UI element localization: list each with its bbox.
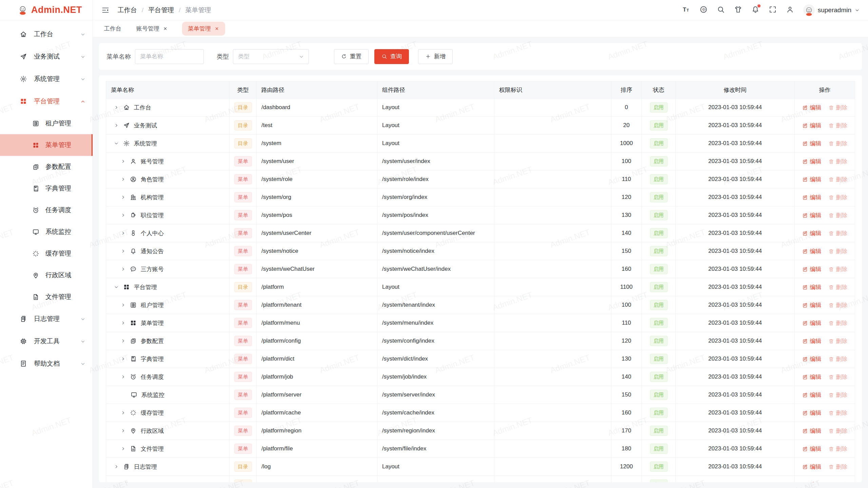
delete-button[interactable]: 删除	[828, 427, 848, 435]
row-expand-icon[interactable]	[120, 338, 126, 344]
add-button[interactable]: 新增	[418, 49, 453, 64]
sidebar-item-平台管理[interactable]: 平台管理	[0, 90, 93, 113]
delete-button[interactable]: 删除	[828, 140, 848, 147]
edit-button[interactable]: 编辑	[802, 176, 822, 183]
edit-button[interactable]: 编辑	[802, 463, 822, 471]
delete-button[interactable]: 删除	[828, 319, 848, 327]
edit-button[interactable]: 编辑	[802, 373, 822, 381]
delete-button[interactable]: 删除	[828, 409, 848, 417]
sidebar-subitem-任务调度[interactable]: 任务调度	[0, 199, 93, 221]
row-expand-icon[interactable]	[120, 177, 126, 182]
delete-button[interactable]: 删除	[828, 301, 848, 309]
delete-button[interactable]: 删除	[828, 158, 848, 165]
delete-button[interactable]: 删除	[828, 122, 848, 129]
topbar-text-size[interactable]: TT	[682, 5, 690, 15]
tab-工作台[interactable]: 工作台	[103, 22, 122, 36]
sidebar-item-开发工具[interactable]: 开发工具	[0, 330, 93, 352]
edit-button[interactable]: 编辑	[802, 301, 822, 309]
edit-button[interactable]: 编辑	[802, 283, 822, 291]
sidebar-item-工作台[interactable]: 工作台	[0, 23, 93, 45]
edit-button[interactable]: 编辑	[802, 247, 822, 255]
edit-button[interactable]: 编辑	[802, 194, 822, 201]
edit-button[interactable]: 编辑	[802, 427, 822, 435]
edit-button[interactable]: 编辑	[802, 355, 822, 363]
row-expand-icon[interactable]	[120, 446, 126, 451]
delete-button[interactable]: 删除	[828, 194, 848, 201]
row-expand-icon[interactable]	[114, 141, 119, 146]
edit-button[interactable]: 编辑	[802, 122, 822, 129]
row-expand-icon[interactable]	[120, 410, 126, 415]
edit-button[interactable]: 编辑	[802, 481, 822, 483]
delete-button[interactable]: 删除	[828, 355, 848, 363]
tab-菜单管理[interactable]: 菜单管理	[182, 22, 225, 36]
delete-button[interactable]: 删除	[828, 445, 848, 453]
sidebar-subitem-参数配置[interactable]: 参数配置	[0, 156, 93, 178]
delete-button[interactable]: 删除	[828, 211, 848, 219]
delete-button[interactable]: 删除	[828, 391, 848, 399]
edit-button[interactable]: 编辑	[802, 391, 822, 399]
row-expand-icon[interactable]	[114, 105, 119, 110]
breadcrumb-item[interactable]: 菜单管理	[185, 6, 211, 15]
row-expand-icon[interactable]	[114, 482, 119, 482]
user-menu[interactable]: superadmin	[803, 4, 860, 16]
topbar-search[interactable]	[717, 5, 725, 15]
tab-close-icon[interactable]	[163, 26, 168, 31]
breadcrumb-item[interactable]: 平台管理	[148, 6, 174, 15]
menu-fold-icon[interactable]	[101, 6, 110, 14]
topbar-profile-person[interactable]	[786, 5, 794, 15]
row-expand-icon[interactable]	[120, 356, 126, 362]
type-select[interactable]: 类型	[233, 49, 309, 64]
delete-button[interactable]: 删除	[828, 463, 848, 471]
edit-button[interactable]: 编辑	[802, 229, 822, 237]
delete-button[interactable]: 删除	[828, 176, 848, 183]
sidebar-subitem-字典管理[interactable]: 字典管理	[0, 178, 93, 199]
row-expand-icon[interactable]	[120, 212, 126, 218]
topbar-fullscreen[interactable]	[769, 5, 777, 15]
row-expand-icon[interactable]	[114, 464, 119, 469]
row-expand-icon[interactable]	[120, 428, 126, 433]
sidebar-subitem-文件管理[interactable]: 文件管理	[0, 286, 93, 308]
delete-button[interactable]: 删除	[828, 247, 848, 255]
row-expand-icon[interactable]	[120, 195, 126, 200]
edit-button[interactable]: 编辑	[802, 265, 822, 273]
delete-button[interactable]: 删除	[828, 481, 848, 483]
delete-button[interactable]: 删除	[828, 283, 848, 291]
reset-button[interactable]: 重置	[334, 49, 369, 64]
delete-button[interactable]: 删除	[828, 373, 848, 381]
row-expand-icon[interactable]	[114, 123, 119, 128]
delete-button[interactable]: 删除	[828, 265, 848, 273]
row-expand-icon[interactable]	[120, 302, 126, 308]
sidebar-subitem-系统监控[interactable]: 系统监控	[0, 221, 93, 243]
row-expand-icon[interactable]	[120, 320, 126, 326]
sidebar-subitem-缓存管理[interactable]: 缓存管理	[0, 243, 93, 264]
sidebar-subitem-菜单管理[interactable]: 菜单管理	[0, 134, 93, 156]
topbar-language[interactable]: 中	[699, 5, 708, 15]
topbar-theme-shirt[interactable]	[734, 5, 742, 15]
sidebar-subitem-行政区域[interactable]: 行政区域	[0, 264, 93, 286]
topbar-notification-bell[interactable]	[751, 5, 760, 15]
sidebar-item-业务测试[interactable]: 业务测试	[0, 45, 93, 68]
edit-button[interactable]: 编辑	[802, 211, 822, 219]
breadcrumb-item[interactable]: 工作台	[118, 6, 137, 15]
row-expand-icon[interactable]	[120, 248, 126, 254]
row-expand-icon[interactable]	[120, 230, 126, 236]
row-expand-icon[interactable]	[120, 159, 126, 164]
edit-button[interactable]: 编辑	[802, 140, 822, 147]
row-expand-icon[interactable]	[120, 266, 126, 272]
edit-button[interactable]: 编辑	[802, 319, 822, 327]
search-button[interactable]: 查询	[374, 49, 409, 64]
edit-button[interactable]: 编辑	[802, 445, 822, 453]
sidebar-item-帮助文档[interactable]: 帮助文档	[0, 352, 93, 375]
row-expand-icon[interactable]	[120, 374, 126, 380]
sidebar-item-日志管理[interactable]: 日志管理	[0, 308, 93, 330]
edit-button[interactable]: 编辑	[802, 409, 822, 417]
menu-name-input[interactable]	[135, 49, 204, 64]
row-expand-icon[interactable]	[114, 284, 119, 290]
edit-button[interactable]: 编辑	[802, 104, 822, 111]
delete-button[interactable]: 删除	[828, 104, 848, 111]
tab-close-icon[interactable]	[214, 26, 219, 31]
edit-button[interactable]: 编辑	[802, 337, 822, 345]
sidebar-subitem-租户管理[interactable]: 租户管理	[0, 113, 93, 134]
sidebar-item-系统管理[interactable]: 系统管理	[0, 68, 93, 90]
delete-button[interactable]: 删除	[828, 337, 848, 345]
